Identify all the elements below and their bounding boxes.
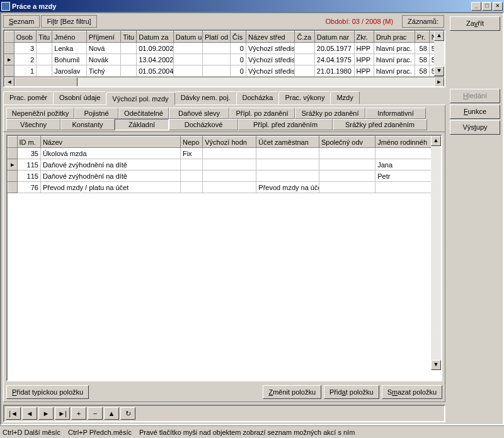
tab-davky-nem-poj[interactable]: Dávky nem. poj. — [175, 91, 237, 104]
nav-last-button[interactable]: ►| — [55, 407, 70, 420]
table-row[interactable]: 115 Daňové zvýhodnění na dítě Petr — [8, 171, 441, 182]
col-vychozi-hodn[interactable]: Výchozí hodn — [203, 137, 256, 148]
filtr-button[interactable]: Filtr [Bez filtru] — [41, 15, 96, 28]
side-buttons: Zavřít Hledání Funkce Výstupy — [447, 13, 503, 424]
col-osob[interactable]: Osob — [14, 31, 37, 43]
hledani-button[interactable]: Hledání — [450, 89, 500, 103]
subtab-konstanty[interactable]: Konstanty — [60, 119, 115, 130]
tab-osobni-udaje[interactable]: Osobní údaje — [53, 91, 106, 104]
pridat-typickou-button[interactable]: Přidat typickou položku — [6, 385, 89, 399]
table-row[interactable]: 3 Lenka Nová 01.09.2002 0 Výchozí středi… — [5, 43, 444, 54]
horizontal-scrollbar[interactable]: ◄ ► — [4, 77, 444, 87]
col-druh[interactable]: Druh prac — [374, 31, 415, 43]
subtab-pripl-po-zdaneni[interactable]: Přípl. po zdanění — [229, 108, 295, 119]
maximize-button[interactable]: □ — [482, 2, 492, 11]
zavrit-button[interactable]: Zavřít — [450, 16, 500, 31]
col-platiod[interactable]: Platí od — [202, 31, 230, 43]
subtab-srazky-po-zdaneni[interactable]: Srážky po zdanění — [295, 108, 365, 119]
seznam-button[interactable]: Seznam — [3, 15, 40, 28]
col-ucet-zam[interactable]: Účet zaměstnan — [256, 137, 319, 148]
zaznamu-button[interactable]: Záznamů: — [402, 15, 444, 28]
subtab-vsechny[interactable]: Všechny — [6, 119, 60, 130]
subtab-dochazkove[interactable]: Docházkové — [169, 119, 238, 130]
pridat-polozku-button[interactable]: Přidat položku — [324, 385, 379, 399]
status-bar: Ctrl+D Další měsíc Ctrl+P Předch.měsíc P… — [0, 425, 504, 438]
subtab-informativni[interactable]: Informativní — [365, 108, 426, 119]
col-cza[interactable]: Č.za — [295, 31, 314, 43]
col-nazevstr[interactable]: Název střed — [246, 31, 294, 43]
table-header-row: Osob Titu Jméno Příjmení Titu Datum za D… — [5, 31, 444, 43]
seznam-label: eznam — [13, 18, 34, 25]
col-titu[interactable]: Titu — [37, 31, 52, 43]
col-datumnar[interactable]: Datum nar — [314, 31, 354, 43]
subtab-zakladni[interactable]: Základní — [115, 119, 169, 130]
table-header-row: ID m. Název Nepo Výchozí hodn Účet zaměs… — [8, 137, 441, 148]
status-hint-3: Pravé tlačítko myši nad objektem zobrazí… — [139, 429, 355, 436]
col-prijmeni[interactable]: Příjmení — [86, 31, 120, 43]
employees-table[interactable]: Osob Titu Jméno Příjmení Titu Datum za D… — [3, 30, 445, 87]
row-indicator-icon: ▸ — [5, 54, 14, 65]
col-spolecny-odv[interactable]: Společný odv — [319, 137, 375, 148]
scroll-right-icon[interactable]: ► — [434, 77, 444, 87]
table-row[interactable]: ▸ 2 Bohumil Novák 13.04.2002 0 Výchozí s… — [5, 54, 444, 65]
scroll-down-icon[interactable]: ▼ — [431, 360, 441, 370]
subtab-nepenezni[interactable]: Nepeněžní požitky — [6, 108, 74, 119]
status-hint-2: Ctrl+P Předch.měsíc — [68, 429, 132, 436]
record-navigator: |◄ ◄ ► ►| + − ▲ ↻ — [3, 405, 445, 422]
nav-edit-button[interactable]: ▲ — [104, 407, 119, 420]
col-datumza[interactable]: Datum za — [137, 31, 174, 43]
table-row[interactable]: 35 Úkolová mzda Fix — [8, 148, 441, 159]
scroll-thumb[interactable] — [14, 77, 77, 87]
table-row[interactable]: ▸ 115 Daňové zvýhodnění na dítě Jana — [8, 159, 441, 171]
vertical-scrollbar[interactable]: ▲ ▼ — [431, 136, 441, 370]
title-bar: Práce a mzdy _ □ × — [0, 0, 504, 12]
col-datumu[interactable]: Datum u — [173, 31, 202, 43]
app-icon — [1, 2, 10, 11]
subtab-odecitatelne[interactable]: Odečitatelné — [118, 108, 169, 119]
nav-add-button[interactable]: + — [71, 407, 86, 420]
nav-delete-button[interactable]: − — [88, 407, 103, 420]
items-table[interactable]: ID m. Název Nepo Výchozí hodn Účet zaměs… — [6, 135, 442, 381]
tab-prac-vykony[interactable]: Prac. výkony — [278, 91, 331, 104]
category-tabs: Nepeněžní požitky Pojistné Odečitatelné … — [3, 105, 445, 132]
subtab-srazky-pred-zdanenim[interactable]: Srážky před zdaněním — [333, 119, 427, 130]
smazat-polozku-button[interactable]: Smazat položku — [382, 385, 442, 399]
tab-mzdy[interactable]: Mzdy — [330, 91, 359, 104]
col-id[interactable]: ID m. — [17, 137, 40, 148]
nav-prev-button[interactable]: ◄ — [22, 407, 37, 420]
tab-prac-pomer[interactable]: Prac. poměr — [3, 91, 54, 104]
col-titu2[interactable]: Titu — [121, 31, 137, 43]
status-hint-1: Ctrl+D Další měsíc — [3, 429, 60, 436]
tab-vychozi-pol-mzdy[interactable]: Výchozí pol. mzdy — [106, 92, 175, 105]
col-jmeno[interactable]: Jméno — [52, 31, 86, 43]
col-nazev[interactable]: Název — [40, 137, 180, 148]
minimize-button[interactable]: _ — [471, 2, 481, 11]
nav-first-button[interactable]: |◄ — [6, 407, 21, 420]
main-tabs: Prac. poměr Osobní údaje Výchozí pol. mz… — [3, 91, 445, 105]
subtab-pojistne[interactable]: Pojistné — [74, 108, 118, 119]
tab-dochazka[interactable]: Docházka — [236, 91, 280, 104]
col-pr[interactable]: Pr. — [415, 31, 429, 43]
scroll-down-icon[interactable]: ▼ — [434, 66, 444, 76]
zmenit-polozku-button[interactable]: Změnit položku — [263, 385, 321, 399]
subtab-pripl-pred-zdanenim[interactable]: Přípl. před zdaněním — [238, 119, 333, 130]
period-label: Období: 03 / 2008 (M) — [316, 18, 402, 25]
scroll-up-icon[interactable]: ▲ — [434, 31, 444, 41]
row-indicator-icon: ▸ — [8, 159, 18, 171]
funkce-button[interactable]: Funkce — [450, 104, 500, 119]
col-nepo[interactable]: Nepo — [180, 137, 202, 148]
window-title: Práce a mzdy — [12, 3, 471, 10]
nav-refresh-button[interactable]: ↻ — [120, 407, 135, 420]
vystupy-button[interactable]: Výstupy — [450, 120, 500, 135]
col-cis[interactable]: Čís — [230, 31, 246, 43]
table-row[interactable]: 76 Převod mzdy / platu na účet Převod mz… — [8, 182, 441, 193]
vertical-scrollbar[interactable]: ▲ ▼ — [434, 31, 444, 76]
scroll-up-icon[interactable]: ▲ — [431, 136, 441, 146]
col-zkr[interactable]: Zkr. — [354, 31, 374, 43]
table-row[interactable]: 1 Jaroslav Tichý 01.05.2004 0 Výchozí st… — [5, 65, 444, 77]
scroll-left-icon[interactable]: ◄ — [4, 77, 14, 87]
subtab-danove-slevy[interactable]: Daňové slevy — [169, 108, 229, 119]
close-button[interactable]: × — [493, 2, 503, 11]
nav-next-button[interactable]: ► — [38, 407, 54, 420]
